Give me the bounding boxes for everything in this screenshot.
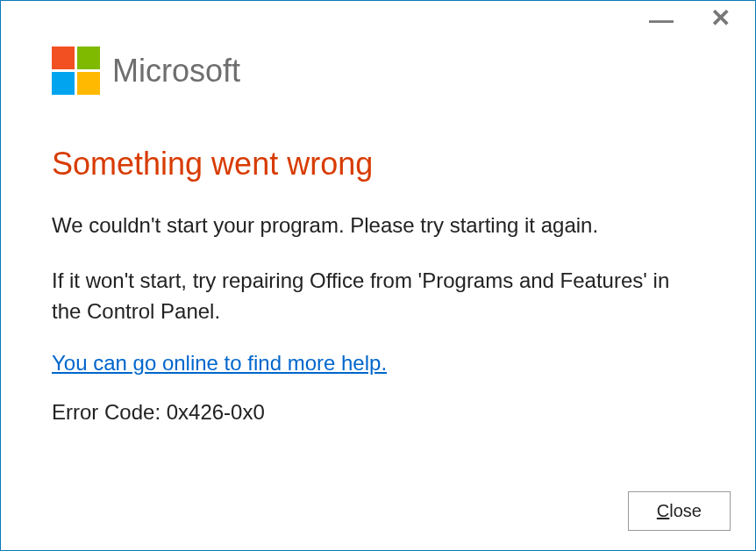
- dialog-content: Microsoft Something went wrong We couldn…: [1, 1, 755, 451]
- titlebar: — ✕: [649, 1, 755, 27]
- minimize-button[interactable]: —: [649, 11, 674, 29]
- close-window-button[interactable]: ✕: [710, 10, 731, 27]
- dialog-footer: Close: [628, 491, 731, 531]
- brand-row: Microsoft: [52, 47, 704, 95]
- error-message-2: If it won't start, try repairing Office …: [52, 266, 704, 327]
- error-message-1: We couldn't start your program. Please t…: [52, 211, 704, 241]
- brand-name: Microsoft: [112, 53, 240, 89]
- error-heading: Something went wrong: [52, 146, 704, 182]
- microsoft-logo-icon: [52, 47, 100, 95]
- online-help-link[interactable]: You can go online to find more help.: [52, 351, 387, 376]
- close-button[interactable]: Close: [628, 491, 731, 531]
- error-code: Error Code: 0x426-0x0: [52, 400, 704, 425]
